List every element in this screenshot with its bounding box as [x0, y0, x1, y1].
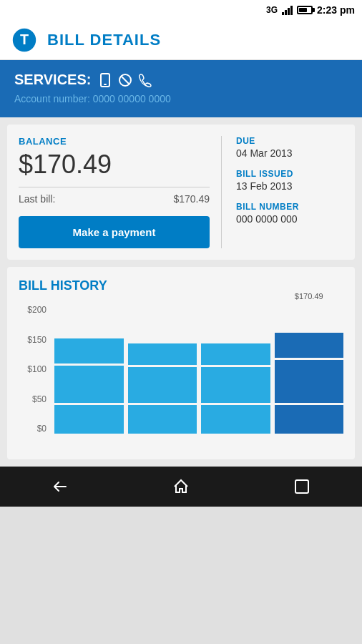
bar-group-3 [201, 305, 270, 434]
y-label-150: $150 [19, 335, 51, 345]
last-bill-amount: $170.49 [173, 193, 210, 205]
y-label-100: $100 [19, 364, 51, 374]
main-content: BALANCE $170.49 Last bill: $170.49 Make … [0, 117, 362, 467]
due-date: 04 Mar 2013 [236, 147, 343, 159]
issued-date: 13 Feb 2013 [236, 180, 343, 192]
balance-amount: $170.49 [19, 150, 210, 180]
chart-y-axis: $0 $50 $100 $150 $200 [19, 305, 51, 434]
bill-history-chart: $0 $50 $100 $150 $200 [19, 305, 343, 448]
history-card: BILL HISTORY $0 $50 $100 $150 $200 [7, 267, 355, 459]
home-button[interactable] [160, 472, 202, 501]
due-label: DUE [236, 136, 343, 146]
bill-card: BALANCE $170.49 Last bill: $170.49 Make … [7, 125, 355, 260]
time-label: 2:23 pm [317, 4, 355, 16]
svg-rect-3 [104, 84, 107, 85]
signal-icon [282, 5, 293, 15]
services-banner: SERVICES: Account number: 0000 00000 000… [0, 60, 362, 117]
issued-section: BILL ISSUED 13 Feb 2013 [236, 169, 343, 192]
last-bill-row: Last bill: $170.49 [19, 193, 210, 205]
svg-line-5 [121, 76, 129, 84]
bar-group-2 [128, 305, 197, 434]
chart-bars: $170.49 [54, 305, 343, 434]
account-info: Account number: 0000 00000 0000 [14, 92, 348, 105]
bottom-nav [0, 467, 362, 507]
bar-group-1 [54, 305, 124, 434]
page-title: BILL DETAILS [47, 31, 161, 49]
svg-rect-6 [295, 480, 308, 493]
phone-icon [138, 73, 152, 87]
bill-right: DUE 04 Mar 2013 BILL ISSUED 13 Feb 2013 … [229, 136, 343, 248]
battery-icon [297, 6, 313, 14]
y-label-0: $0 [19, 424, 51, 434]
bar-value-label: $170.49 [295, 292, 323, 301]
network-label: 3G [266, 5, 278, 15]
balance-label: BALANCE [19, 136, 210, 147]
make-payment-button[interactable]: Make a payment [19, 216, 210, 248]
bill-number: 000 0000 000 [236, 213, 343, 225]
history-title: BILL HISTORY [19, 278, 343, 293]
mobile-icon [98, 73, 112, 87]
status-bar: 3G 2:23 pm [0, 0, 362, 20]
y-label-200: $200 [19, 305, 51, 315]
service-icons [98, 73, 152, 87]
y-label-50: $50 [19, 394, 51, 404]
recent-apps-icon [293, 478, 310, 495]
services-label: SERVICES: [14, 72, 348, 88]
back-button[interactable] [39, 472, 82, 501]
svg-text:T: T [20, 31, 29, 47]
bill-left: BALANCE $170.49 Last bill: $170.49 Make … [19, 136, 222, 248]
divider [19, 187, 210, 187]
bill-number-section: BILL NUMBER 000 0000 000 [236, 202, 343, 225]
back-icon [52, 478, 69, 495]
blocked-icon [118, 73, 132, 87]
bill-number-label: BILL NUMBER [236, 202, 343, 212]
app-header: T BILL DETAILS [0, 20, 362, 60]
last-bill-label: Last bill: [19, 193, 55, 205]
telstra-logo-icon: T [11, 27, 37, 53]
recent-button[interactable] [280, 472, 323, 501]
issued-label: BILL ISSUED [236, 169, 343, 179]
home-icon [172, 478, 190, 495]
due-section: DUE 04 Mar 2013 [236, 136, 343, 159]
bar-group-4: $170.49 [275, 305, 344, 434]
